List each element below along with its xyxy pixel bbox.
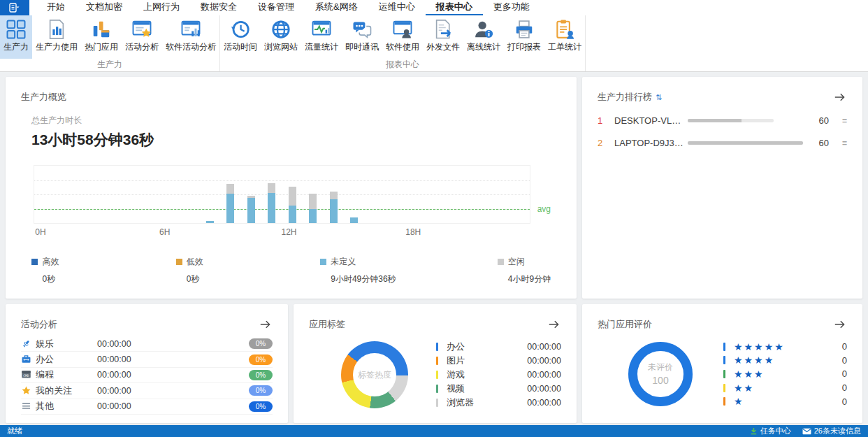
rank-number: 1 <box>598 115 614 126</box>
ribbon-item-window-chart[interactable]: 软件活动分析 <box>162 15 219 59</box>
tag-legend-row-5: 浏览器00:00:00 <box>436 396 561 410</box>
menu-item-1[interactable]: 开始 <box>36 0 75 15</box>
ribbon-item-bar-box[interactable]: 热门应用 <box>81 15 122 59</box>
ribbon-item-history-clock[interactable]: 活动时间 <box>220 15 261 59</box>
menu-item-4[interactable]: 数据安全 <box>190 0 247 15</box>
panel-productivity-overview: 生产力概览 总生产力时长 13小时58分钟36秒 avg 0H6H12H18H … <box>6 77 577 299</box>
ranking-row-1[interactable]: 1DESKTOP-VLKTL...60= <box>598 115 847 126</box>
rating-count: 0 <box>842 341 847 352</box>
rating-row-3-star: ★★★0 <box>723 367 847 381</box>
tag-label: 浏览器 <box>447 396 474 409</box>
rating-count: 0 <box>842 396 847 407</box>
rating-row-5-star: ★★★★★0 <box>723 340 847 354</box>
open-activity-arrow-icon[interactable] <box>259 319 273 330</box>
tag-tick <box>436 357 438 365</box>
ribbon-item-grid[interactable]: 生产力 <box>0 15 32 59</box>
tag-tick <box>436 371 438 379</box>
bar-segment-idle <box>330 192 338 199</box>
app-menu-button[interactable] <box>0 0 29 15</box>
menu-item-9[interactable]: 更多功能 <box>483 0 540 15</box>
main-menu: 开始文档加密上网行为数据安全设备管理系统&网络运维中心报表中心更多功能 <box>36 0 540 15</box>
ribbon-item-printer[interactable]: 打印报表 <box>504 15 544 59</box>
tag-heat-donut-chart: 标签热度 <box>341 341 408 408</box>
open-ranking-arrow-icon[interactable] <box>833 92 847 103</box>
score-bar <box>688 119 774 122</box>
menu-item-2[interactable]: 文档加密 <box>75 0 133 15</box>
chart-bar-hour-10 <box>247 166 255 223</box>
menu-item-7[interactable]: 运维中心 <box>368 0 426 15</box>
score-bar <box>688 141 803 145</box>
panel-title: 热门应用评价 <box>598 318 652 331</box>
briefcase-icon <box>21 354 34 365</box>
ribbon-item-window-star[interactable]: 活动分析 <box>122 15 162 59</box>
history-clock-icon <box>230 19 251 40</box>
ribbon-item-clipboard-user[interactable]: 工单统计 <box>544 15 585 59</box>
legend-value: 0秒 <box>187 273 203 285</box>
panel-app-tags: 应用标签 标签热度 办公00:00:00图片00:00:00游戏00:00:00… <box>294 304 577 423</box>
user-info-icon <box>473 19 494 40</box>
activity-time: 00:00:00 <box>97 401 131 411</box>
legend-label: 高效 <box>42 256 59 268</box>
activity-row-1[interactable]: 娱乐00:00:000% <box>21 336 273 352</box>
menu-icon <box>21 401 34 412</box>
panel-title: 活动分析 <box>21 318 57 331</box>
chart-bar-hour-13 <box>309 166 317 223</box>
activity-row-5[interactable]: 其他00:00:000% <box>21 399 273 415</box>
open-tags-arrow-icon[interactable] <box>547 319 561 330</box>
bar-segment-idle <box>289 187 296 206</box>
ribbon-item-chat[interactable]: 即时通讯 <box>342 15 382 59</box>
activity-row-4[interactable]: 我的关注00:00:000% <box>21 383 273 399</box>
ribbon-item-window-user[interactable]: 软件使用 <box>382 15 423 59</box>
percent-badge: 0% <box>249 338 273 349</box>
legend-value: 9小时49分钟36秒 <box>331 273 396 285</box>
ribbon-item-label: 软件使用 <box>386 41 419 53</box>
menu-item-5[interactable]: 设备管理 <box>247 0 305 15</box>
star-icons: ★ <box>734 396 744 406</box>
chart-bar-hour-14 <box>330 166 338 223</box>
ribbon-item-doc-arrow[interactable]: 外发文件 <box>423 15 463 59</box>
ribbon-item-user-info[interactable]: 离线统计 <box>463 15 504 59</box>
legend-item-4: 空闲4小时9分钟 <box>498 256 551 285</box>
activity-label: 我的关注 <box>36 385 97 397</box>
activity-time: 00:00:00 <box>97 386 131 396</box>
dashboard-content: 生产力概览 总生产力时长 13小时58分钟36秒 avg 0H6H12H18H … <box>0 72 868 423</box>
rating-tick <box>723 384 725 392</box>
ribbon-item-window-pulse[interactable]: 流量统计 <box>301 15 342 59</box>
doc-arrow-icon <box>433 19 454 40</box>
sort-icon[interactable]: ⇅ <box>656 93 662 102</box>
tag-tick <box>436 399 438 407</box>
ranking-row-2[interactable]: 2LAPTOP-D9J3IT0R60= <box>598 138 847 148</box>
menu-item-6[interactable]: 系统&网络 <box>305 0 368 15</box>
score-value: 60 <box>808 115 829 126</box>
bar-segment-undefined <box>206 221 214 223</box>
score-bar-fill <box>688 141 803 145</box>
panel-title: 生产力概览 <box>21 91 66 103</box>
top-menu-bar: 开始文档加密上网行为数据安全设备管理系统&网络运维中心报表中心更多功能 <box>0 0 868 15</box>
status-ready-text: 就绪 <box>7 426 22 436</box>
panel-title: 应用标签 <box>309 318 345 331</box>
activity-row-2[interactable]: 办公00:00:000% <box>21 352 273 367</box>
tag-label: 办公 <box>447 341 465 353</box>
ratings-legend: ★★★★★0★★★★0★★★0★★0★0 <box>723 340 847 408</box>
activity-label: 其他 <box>36 400 97 413</box>
menu-item-8[interactable]: 报表中心 <box>426 0 483 15</box>
bar-segment-undefined <box>309 209 317 224</box>
bar-segment-undefined <box>330 199 338 223</box>
chart-gridline <box>34 194 530 195</box>
activity-row-3[interactable]: CMD编程00:00:000% <box>21 368 273 383</box>
menu-item-3[interactable]: 上网行为 <box>133 0 190 15</box>
avg-line-label: avg <box>537 204 551 214</box>
ribbon-item-label: 工单统计 <box>548 41 581 53</box>
window-chart-icon <box>180 19 201 40</box>
star-icons: ★★ <box>734 383 754 393</box>
ribbon-item-doc-chart[interactable]: 生产力使用 <box>32 15 81 59</box>
bar-segment-undefined <box>268 193 275 223</box>
ribbon-item-globe[interactable]: 浏览网站 <box>261 15 301 59</box>
tag-tick <box>436 385 438 393</box>
unread-messages-button[interactable]: 26条未读信息 <box>802 426 861 436</box>
grid-icon <box>6 19 27 40</box>
mic-icon <box>21 338 34 350</box>
x-tick-label: 0H <box>35 227 45 237</box>
open-ratings-arrow-icon[interactable] <box>833 319 847 330</box>
task-center-button[interactable]: 任务中心 <box>750 426 791 436</box>
